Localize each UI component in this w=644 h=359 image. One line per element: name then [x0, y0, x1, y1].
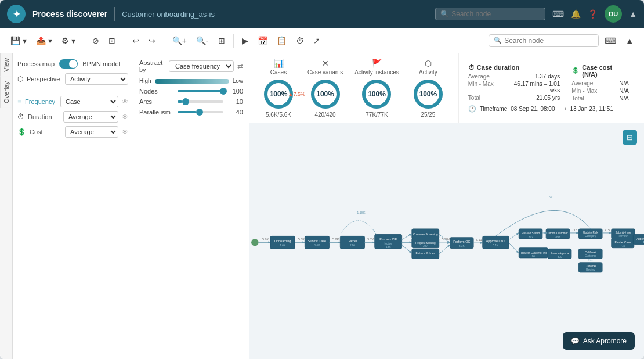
cases-donut: 100% ▲7.5% [262, 78, 295, 110]
case-variants-icon: ✕ [322, 59, 329, 68]
parallelism-slider-row: Parallelism 40 [139, 109, 243, 116]
fit-button[interactable]: ⊞ [215, 34, 229, 48]
perspective-label: Perspective [27, 76, 61, 82]
redo-button[interactable]: ↪ [145, 34, 159, 48]
canvas-filter-button[interactable]: ⊟ [623, 130, 637, 145]
avg-label: Average [468, 73, 494, 80]
svg-text:Customer Screening: Customer Screening [413, 233, 438, 236]
collapse-toolbar-button[interactable]: ▲ [622, 34, 637, 48]
svg-text:Onboarding: Onboarding [274, 239, 291, 243]
activity-donut: 100% [412, 78, 444, 110]
process-canvas[interactable]: 5.6K Onboarding 1.6K 5.6K Submit Case 1.… [249, 123, 644, 359]
activity-instances-label: Activity instances [354, 69, 399, 76]
timeframe-icon: 🕐 [468, 105, 476, 113]
nodes-slider[interactable] [178, 90, 223, 92]
svg-text:Approve SCO: Approve SCO [636, 238, 644, 240]
svg-text:Review: Review [618, 235, 628, 238]
timeframe-end: 13 Jan 23, 11:51 [570, 106, 613, 112]
zoom-out-button[interactable]: 🔍- [193, 34, 212, 48]
nodes-value: 100 [227, 88, 243, 95]
svg-text:1.18K: 1.18K [357, 211, 366, 214]
navbar-search[interactable]: 🔍 [435, 8, 545, 20]
toolbar-search[interactable]: 🔍 [489, 34, 599, 47]
parallelism-slider[interactable] [178, 111, 223, 113]
svg-text:715: 715 [572, 228, 577, 232]
frequency-eye-icon[interactable]: 👁 [122, 98, 128, 105]
svg-text:1.6K: 1.6K [280, 244, 285, 247]
toolbar-sep-3 [164, 34, 164, 48]
table-button[interactable]: 📋 [273, 34, 290, 48]
cost-eye-icon[interactable]: 👁 [122, 128, 128, 135]
toolbar-sep-2 [124, 34, 124, 48]
timer-button[interactable]: ⏱ [292, 34, 307, 48]
help-icon[interactable]: ❓ [588, 9, 598, 19]
undo-button[interactable]: ↩ [129, 34, 143, 48]
nodes-slider-row: Nodes 100 [139, 88, 243, 95]
frequency-icon: ≡ [17, 98, 21, 106]
svg-text:5.11: 5.11 [476, 238, 482, 242]
cost-total-value: N/A [613, 95, 629, 102]
keyboard-icon[interactable]: ⌨ [552, 9, 564, 19]
overlay-tab[interactable]: Overlay [0, 77, 12, 108]
map-bpmn-toggle[interactable] [59, 59, 78, 69]
activity-icon: ⬡ [425, 59, 432, 68]
svg-text:Reason Stated: Reason Stated [522, 232, 540, 235]
perspective-icon: ⬡ [17, 75, 23, 83]
perspective-row: ⬡ Perspective Activity [17, 73, 128, 85]
arcs-slider-row: Arcs 10 [139, 98, 243, 105]
svg-text:898: 898 [556, 236, 560, 239]
cost-row: 💲 Cost Average 👁 [17, 126, 128, 138]
duration-row: ⏱ Duration Average 👁 [17, 111, 128, 123]
view-tab[interactable]: View [0, 53, 12, 77]
ask-apromore-button[interactable]: 💬 Ask Apromore [563, 332, 635, 350]
svg-text:Process CIF: Process CIF [379, 238, 397, 241]
main-layout: View Overlay Process map BPMN model ⬡ Pe [0, 53, 644, 359]
duration-eye-icon[interactable]: 👁 [122, 113, 128, 120]
keyboard-layout-button[interactable]: ⌨ [601, 34, 620, 48]
cost-select[interactable]: Average [65, 126, 118, 138]
share-button[interactable]: ↗ [310, 34, 324, 48]
toolbar-search-input[interactable] [504, 37, 591, 45]
activity-instances-pct: 100% [368, 90, 386, 98]
svg-text:Customer: Customer [585, 254, 597, 257]
svg-text:5.38K: 5.38K [442, 238, 450, 241]
filter-clear-button[interactable]: ⊘ [89, 34, 103, 48]
activity-instances-sub: 77K/77K [366, 112, 388, 118]
bpmn-label: BPMN model [82, 60, 120, 67]
navbar-search-input[interactable] [451, 10, 527, 18]
frequency-select[interactable]: Case [60, 96, 118, 107]
abstract-select[interactable]: Case frequency [169, 60, 234, 72]
export-button[interactable]: 📤 ▾ [32, 34, 56, 48]
case-variants-pct: 100% [316, 90, 334, 98]
filter-button[interactable]: ⊡ [105, 34, 119, 48]
app-name: Process discoverer [32, 9, 107, 19]
timeframe-row: 🕐 Timeframe 08 Sep 21, 08:00 ⟶ 13 Jan 23… [468, 105, 629, 113]
svg-text:715: 715 [620, 245, 625, 247]
user-avatar[interactable]: DU [605, 5, 622, 23]
svg-text:5.7K: 5.7K [367, 238, 374, 241]
duration-select[interactable]: Average [63, 111, 118, 123]
cases-change: ▲7.5% [288, 91, 305, 97]
activity-stat: ⬡ Activity 100% 25/25 [405, 54, 451, 123]
abstract-swap-icon[interactable]: ⇄ [237, 62, 243, 70]
settings-button[interactable]: ⚙ ▾ [58, 34, 79, 48]
cases-sub: 5.6K/5.6K [266, 112, 291, 118]
animate-button[interactable]: ▶ [238, 34, 252, 48]
calendar-button[interactable]: 📅 [254, 34, 271, 48]
case-duration-header: ⏱ Case duration [468, 64, 560, 71]
nav-divider [114, 7, 115, 21]
case-info-panel: ⏱ Case duration Average 1.37 days Min - … [459, 53, 638, 123]
svg-text:3.86: 3.86 [386, 246, 391, 249]
arcs-slider[interactable] [178, 100, 223, 103]
svg-text:Inform Customer: Inform Customer [548, 232, 568, 235]
collapse-icon[interactable]: ▲ [629, 9, 637, 19]
zoom-in-button[interactable]: 🔍+ [169, 34, 190, 48]
svg-text:Submit 4 eye: Submit 4 eye [615, 231, 631, 234]
svg-text:5.6K: 5.6K [332, 238, 339, 241]
bell-icon[interactable]: 🔔 [571, 9, 581, 19]
arcs-value: 10 [227, 98, 243, 105]
save-button[interactable]: 💾 ▾ [7, 34, 30, 48]
svg-text:Freeze Agenda: Freeze Agenda [551, 252, 569, 255]
timeframe-start: 08 Sep 21, 08:00 [511, 106, 555, 112]
perspective-select[interactable]: Activity [65, 73, 128, 85]
